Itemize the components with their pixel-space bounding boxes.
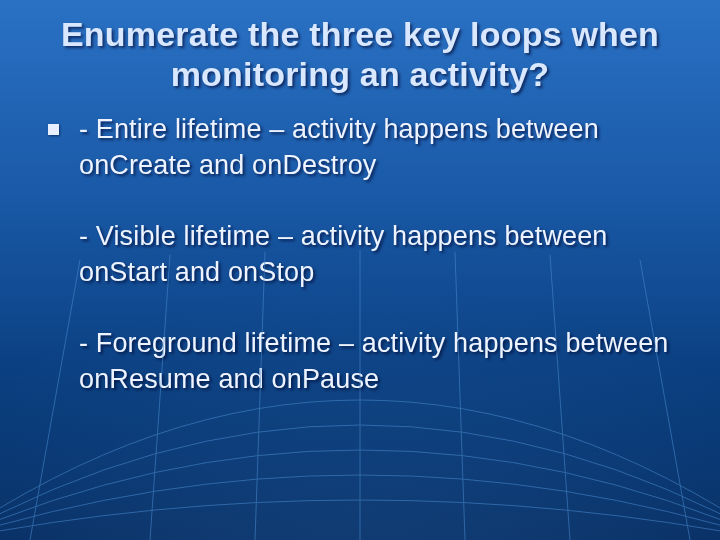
bullet-text: - Entire lifetime – activity happens bet… bbox=[79, 112, 676, 397]
slide: Enumerate the three key loops when monit… bbox=[0, 0, 720, 540]
bullet-square-icon bbox=[48, 124, 59, 135]
slide-body: - Entire lifetime – activity happens bet… bbox=[44, 112, 676, 397]
slide-title: Enumerate the three key loops when monit… bbox=[44, 14, 676, 94]
